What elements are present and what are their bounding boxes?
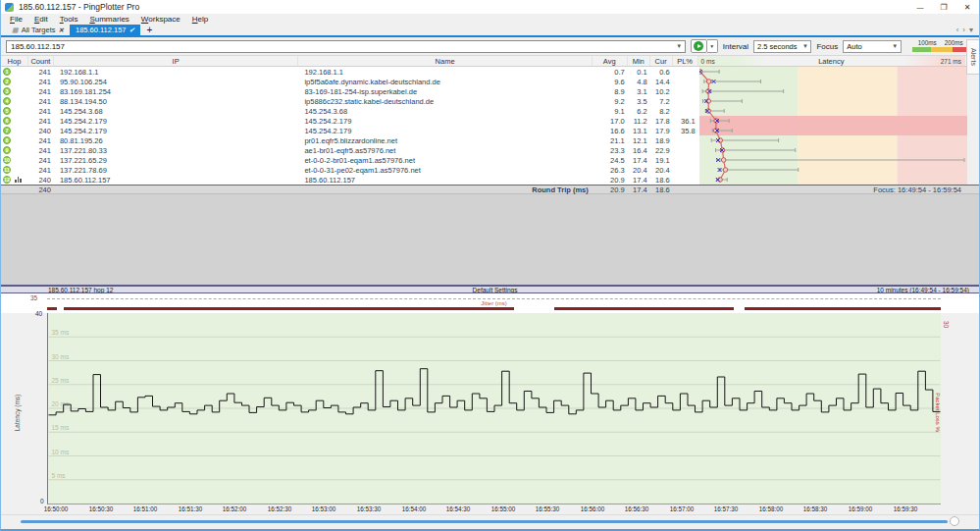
new-tab-button[interactable]: +: [140, 25, 158, 35]
tab-list-icon[interactable]: ▾: [969, 26, 973, 34]
ip-cell: 95.90.106.254: [54, 77, 299, 86]
tab-target-active[interactable]: 185.60.112.157: [70, 25, 140, 35]
hop-number-badge: 1: [3, 68, 11, 76]
row-gutter: [965, 135, 979, 145]
ip-cell: 192.168.1.1: [54, 67, 299, 77]
count-cell: 240: [28, 175, 54, 185]
tab-scroll-right-icon[interactable]: ›: [962, 26, 965, 34]
min-cell: 13.1: [628, 126, 650, 135]
timeline-target-label: 185.60.112.157 hop 12: [1, 287, 113, 293]
timeline-scrollbar[interactable]: [1, 514, 979, 527]
name-cell: 145.254.3.68: [298, 106, 592, 116]
tab-all-targets[interactable]: All Targets: [6, 25, 70, 35]
column-header-hop[interactable]: Hop: [1, 56, 28, 66]
pingplotter-window: 185.60.112.157 - PingPlotter Pro File Ed…: [0, 0, 980, 531]
scrollbar-handle[interactable]: [950, 516, 959, 526]
column-header-name[interactable]: Name: [298, 56, 592, 66]
jitter-line: [47, 307, 941, 310]
interval-select[interactable]: 2.5 seconds ▼: [753, 40, 811, 53]
cur-cell: 22.9: [650, 145, 673, 155]
cur-cell: 14.4: [650, 77, 673, 86]
timeline-step-line: 35 ms30 ms25 ms20 ms15 ms10 ms5 ms: [48, 313, 941, 504]
trace-table-body: 1241192.168.1.1192.168.1.10.70.10.622419…: [1, 67, 979, 185]
packet-loss-cell: [673, 135, 698, 145]
min-cell: 17.4: [628, 175, 650, 185]
menu-item-summaries[interactable]: Summaries: [83, 15, 134, 24]
timeline-header[interactable]: 185.60.112.157 hop 12 Default Settings 1…: [1, 285, 979, 293]
chart-icon: [15, 177, 22, 183]
svg-text:20 ms: 20 ms: [52, 400, 70, 407]
scrollbar-bar[interactable]: [21, 520, 948, 523]
min-cell: 0.1: [628, 67, 650, 77]
trace-table-header: Hop Count IP Name Avg Min Cur PL% 0 ms L…: [1, 55, 979, 67]
minimize-button[interactable]: [908, 0, 932, 14]
cur-cell: 8.2: [650, 106, 673, 116]
name-cell: 145.254.2.179: [298, 116, 592, 126]
column-header-min[interactable]: Min: [628, 56, 650, 66]
tab-all-targets-label: All Targets: [22, 26, 56, 34]
focus-select[interactable]: Auto ▼: [843, 40, 901, 53]
timeline-plot[interactable]: 35 ms30 ms25 ms20 ms15 ms10 ms5 ms: [47, 313, 941, 504]
ip-cell: 145.254.2.179: [54, 116, 299, 126]
row-gutter: [965, 96, 979, 106]
ip-cell: 137.221.78.69: [54, 165, 299, 175]
tab-target-label: 185.60.112.157: [76, 26, 127, 34]
hop-number-badge: 3: [3, 87, 11, 95]
cur-cell: 19.1: [650, 155, 673, 165]
column-header-pl[interactable]: PL%: [673, 56, 698, 66]
target-address-combobox[interactable]: ▼: [6, 40, 686, 53]
hop-number-badge: 10: [3, 156, 11, 164]
cur-cell: 18.9: [650, 135, 673, 145]
time-tick-label: 16:59:00: [849, 505, 873, 512]
packet-loss-cell: [673, 96, 698, 106]
column-header-count[interactable]: Count: [28, 56, 54, 66]
window-title: 185.60.112.157 - PingPlotter Pro: [19, 2, 139, 12]
cur-cell: 10.2: [650, 86, 673, 96]
column-header-cur[interactable]: Cur: [650, 56, 673, 66]
ip-cell: 83.169.181.254: [54, 86, 299, 96]
name-cell: 83-169-181-254-isp.superkabel.de: [298, 86, 592, 96]
alerts-side-tab[interactable]: Alerts: [966, 39, 979, 75]
close-tab-icon[interactable]: [59, 26, 64, 34]
column-header-ip[interactable]: IP: [54, 56, 299, 66]
menu-item-workspace[interactable]: Workspace: [135, 15, 186, 24]
name-cell: ip5f5a6afe.dynamic.kabel-deutschland.de: [298, 77, 592, 86]
packet-loss-cell: [673, 165, 698, 175]
row-gutter: [965, 86, 979, 96]
timeline-settings-label: Default Settings: [113, 287, 876, 293]
menu-item-file[interactable]: File: [4, 15, 28, 24]
cur-cell: 18.6: [650, 175, 673, 185]
play-options-button[interactable]: ▼: [707, 39, 718, 53]
avg-cell: 23.3: [593, 145, 628, 155]
menu-bar: File Edit Tools Summaries Workspace Help: [1, 14, 979, 25]
jitter-threshold-line: [47, 298, 941, 299]
avg-cell: 9.6: [593, 77, 628, 86]
tab-scroll-left-icon[interactable]: ‹: [956, 26, 959, 34]
count-cell: 241: [28, 145, 54, 155]
menu-item-edit[interactable]: Edit: [28, 15, 54, 24]
start-stop-button[interactable]: [691, 39, 707, 53]
latency-scale-min: 0 ms: [701, 58, 715, 65]
y-axis-min: 0: [40, 498, 44, 504]
close-button[interactable]: [955, 0, 979, 14]
count-cell: 241: [28, 106, 54, 116]
time-tick-label: 16:53:30: [357, 505, 382, 512]
interval-value: 2.5 seconds: [754, 42, 799, 51]
maximize-button[interactable]: [932, 0, 955, 14]
menu-item-help[interactable]: Help: [186, 15, 214, 24]
menu-item-tools[interactable]: Tools: [54, 15, 84, 24]
count-cell: 241: [28, 135, 54, 145]
count-cell: 241: [28, 77, 54, 86]
row-gutter: [965, 116, 979, 126]
avg-cell: 20.9: [593, 175, 628, 185]
time-tick-label: 16:59:30: [894, 505, 918, 512]
avg-cell: 26.3: [593, 165, 628, 175]
time-tick-label: 16:57:30: [714, 505, 739, 512]
target-address-input[interactable]: [7, 42, 674, 51]
svg-text:15 ms: 15 ms: [52, 424, 70, 431]
latency-column-title: Latency: [818, 57, 844, 66]
ip-cell: 145.254.3.68: [54, 106, 299, 116]
column-header-avg[interactable]: Avg: [593, 56, 628, 66]
avg-cell: 0.7: [593, 67, 628, 77]
chevron-down-icon[interactable]: ▼: [674, 43, 685, 49]
